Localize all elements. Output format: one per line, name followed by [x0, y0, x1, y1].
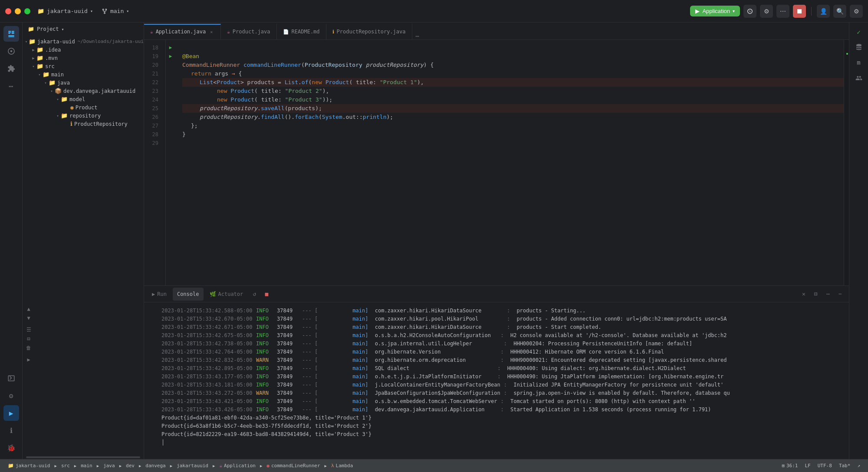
log-line-5: 2023-01-28T15:33:42.738-05:00 INFO 37849… [161, 340, 844, 348]
run-icon-activity[interactable]: ▶ [3, 405, 19, 421]
close-button[interactable] [5, 8, 11, 14]
tab-bar: ☕ Application.java ✕ ☕ Product.java 📄 RE… [144, 23, 849, 40]
tree-item-java[interactable]: ▾ 📁 java [23, 79, 144, 87]
interface-icon: ℹ [70, 121, 72, 127]
debug-icon[interactable]: 🐞 [3, 440, 19, 456]
plugins-icon[interactable] [3, 61, 19, 76]
expand-arrow: ▶ [30, 48, 36, 52]
tab-product-java[interactable]: ☕ Product.java [221, 24, 276, 39]
cursor-line[interactable]: │ [161, 439, 844, 447]
svg-point-2 [856, 44, 861, 46]
terminal-panel: ▶ Run Console 🌿 Actuator ↺ ■ ✕ ⊟ [144, 285, 849, 459]
project-header[interactable]: 📁 Project ▾ [23, 23, 144, 36]
tree-item-package[interactable]: ▾ 📦 dev.danvega.jakartauuid [23, 87, 144, 95]
code-line-24: new Product ( title : "Product 3" )); [182, 95, 844, 104]
gear-button[interactable]: ⚙ [850, 5, 863, 18]
update-icon-button[interactable] [743, 5, 756, 18]
status-breadcrumb-dev[interactable]: dev [123, 463, 137, 469]
more-icon[interactable]: ⋯ [3, 78, 19, 94]
tree-item-mvn[interactable]: ▶ 📁 .mvn [23, 54, 144, 62]
tree-item-main[interactable]: ▾ 📁 main [23, 70, 144, 79]
branch-selector[interactable]: main ▾ [102, 8, 129, 14]
account-icon-button[interactable]: 👤 [817, 5, 830, 18]
minimap-mark [846, 53, 848, 55]
refresh-panel-button[interactable]: ↺ [249, 289, 260, 299]
run-application-button[interactable]: ▶ Application ▾ [690, 6, 740, 16]
minimize-button[interactable] [15, 8, 21, 14]
tab-application-java[interactable]: ☕ Application.java ✕ [144, 24, 221, 39]
project-selector[interactable]: 📁 jakarta-uuid ▾ [37, 8, 93, 14]
status-right: ⊞ 36:1 LF UTF-8 Tab* ↗ [779, 463, 863, 469]
run-icon: ▶ [695, 8, 700, 14]
status-expand-button[interactable]: ↗ [855, 463, 863, 469]
more-options-button[interactable]: ⋯ [776, 5, 789, 18]
traffic-lights [5, 8, 30, 14]
close-panel-button[interactable]: ✕ [799, 289, 809, 299]
close-tab-button[interactable]: ✕ [208, 29, 214, 35]
status-line-ending[interactable]: LF [802, 463, 813, 469]
status-breadcrumb-application[interactable]: ☕ Application [217, 463, 258, 469]
status-indent[interactable]: Tab* [836, 463, 853, 469]
code-line-27: }; [182, 121, 844, 130]
run-tab-icon: ▶ [152, 291, 155, 297]
status-breadcrumb-src[interactable]: src [59, 463, 72, 469]
terminal-icon[interactable] [3, 370, 19, 386]
status-breadcrumb-method[interactable]: ◉ commandLineRunner [264, 463, 322, 469]
tree-item-product-repository[interactable]: ▶ ℹ ProductRepository [23, 120, 144, 128]
code-line-18 [182, 43, 844, 52]
log-line-9: 2023-01-28T15:33:43.177-05:00 INFO 37849… [161, 373, 844, 381]
status-breadcrumb-lambda[interactable]: λ Lambda [329, 463, 355, 469]
status-breadcrumb-java[interactable]: java [101, 463, 118, 469]
panel-tab-run[interactable]: ▶ Run [148, 288, 171, 301]
settings-icon[interactable]: ⚙ [3, 388, 19, 403]
search-button[interactable]: 🔍 [833, 5, 846, 18]
product-output-3: Product{id=821d2229-ea19-4683-bad8-84382… [161, 430, 844, 439]
tree-item-root[interactable]: ▾ 📁 jakarta-uuid ~/Downloads/jakarta-uui [23, 37, 144, 46]
log-lines: 2023-01-28T15:33:42.588-05:00 INFO 37849… [161, 307, 844, 447]
tab-readme[interactable]: 📄 README.md [277, 24, 326, 39]
status-breadcrumb-danvega[interactable]: danvega [143, 463, 168, 469]
product-output-1: Product{id=daf01a81-ebf0-42da-a340-5cf25… [161, 414, 844, 422]
line-col-icon: ⊞ [782, 463, 785, 469]
scrollbar[interactable] [26, 456, 140, 458]
status-line-col[interactable]: ⊞ 36:1 [779, 463, 800, 469]
log-line-6: 2023-01-28T15:33:42.764-05:00 INFO 37849… [161, 348, 844, 356]
collaborators-icon[interactable] [852, 71, 866, 85]
status-project[interactable]: 📁 jakarta-uuid [5, 463, 53, 469]
vcs-icon[interactable] [3, 43, 19, 59]
expand-arrow: ▾ [55, 97, 61, 102]
tree-item-idea[interactable]: ▶ 📁 .idea [23, 46, 144, 54]
minimize-panel-button[interactable]: − [835, 289, 845, 299]
tree-item-model[interactable]: ▾ 📁 model [23, 95, 144, 103]
method-icon: ◉ [266, 463, 270, 469]
model-folder-icon: 📁 [61, 96, 68, 102]
panel-tabs: ▶ Run Console 🌿 Actuator ↺ ■ ✕ ⊟ [144, 286, 849, 302]
status-breadcrumb-main[interactable]: main [78, 463, 95, 469]
stop-panel-button[interactable]: ■ [261, 289, 272, 299]
log-line-1: 2023-01-28T15:33:42.588-05:00 INFO 37849… [161, 307, 844, 315]
tab-overflow-button[interactable]: ⋯ [412, 33, 423, 39]
minimap-content [844, 40, 849, 285]
tree-item-src[interactable]: ▾ 📁 src [23, 62, 144, 70]
activity-bar: ⋯ ⚙ ▶ ℹ 🐞 [0, 23, 23, 459]
code-line-25: productRepository . saveAll (products); [182, 104, 844, 113]
status-encoding[interactable]: UTF-8 [815, 463, 835, 469]
code-content[interactable]: @Bean CommandLineRunner commandLineRunne… [175, 40, 844, 285]
tree-item-repository[interactable]: ▾ 📁 repository [23, 111, 144, 120]
split-panel-button[interactable]: ⊟ [811, 289, 821, 299]
maven-icon[interactable]: m [852, 56, 866, 69]
database-icon[interactable] [852, 40, 866, 54]
tab-product-repository[interactable]: ℹ ProductRepository.java [326, 24, 412, 39]
explorer-icon[interactable] [3, 26, 19, 42]
maximize-button[interactable] [24, 8, 30, 14]
log-line-7: 2023-01-28T15:33:42.832-05:00 WARN 37849… [161, 356, 844, 364]
status-breadcrumb-jakartauuid[interactable]: jakartauuid [174, 463, 211, 469]
panel-tab-console[interactable]: Console [173, 288, 204, 301]
panel-tab-actuator[interactable]: 🌿 Actuator [205, 288, 248, 301]
info-icon[interactable]: ℹ [3, 423, 19, 438]
project-icon: 📁 [8, 463, 14, 469]
settings-icon-button[interactable]: ⚙ [760, 5, 773, 18]
tree-item-product[interactable]: ▶ ◉ Product [23, 103, 144, 111]
stop-button[interactable] [793, 5, 806, 18]
panel-more-button[interactable]: ⋯ [823, 289, 833, 299]
